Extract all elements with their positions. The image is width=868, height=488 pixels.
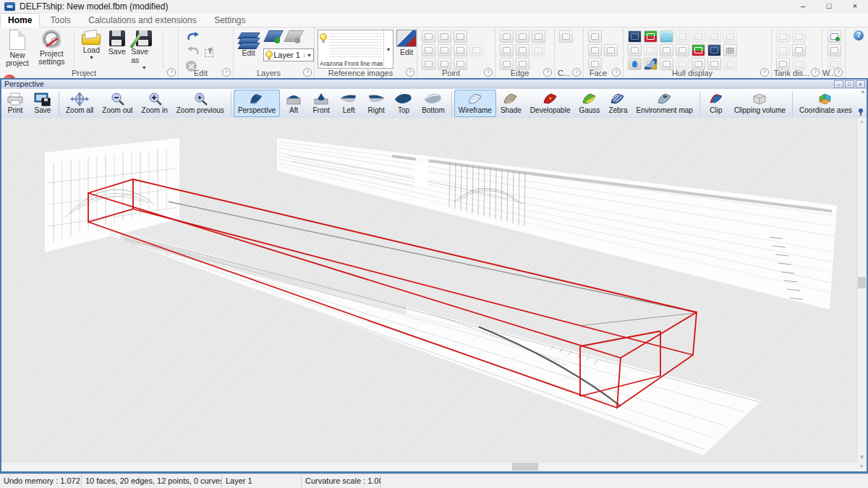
point-tool-icon[interactable] — [422, 44, 435, 56]
scroll-up-arrow[interactable]: ^ — [857, 118, 867, 127]
mode-environment-map-button[interactable]: Environment map — [632, 90, 697, 117]
help-icon[interactable]: ? — [406, 68, 414, 77]
face-tool-icon[interactable] — [588, 30, 602, 43]
maximize-button[interactable]: □ — [816, 0, 842, 13]
hull-display-tool-icon[interactable] — [676, 44, 689, 56]
mode-zebra-button[interactable]: Zebra — [604, 90, 631, 117]
save-button[interactable]: Save — [106, 30, 128, 56]
view-top-button[interactable]: Top — [390, 90, 417, 117]
print-button[interactable]: Print — [1, 90, 29, 117]
view-bottom-button[interactable]: Bottom — [417, 90, 449, 117]
view-right-button[interactable]: Right — [362, 90, 390, 117]
point-tool-icon[interactable] — [422, 30, 435, 43]
help-icon[interactable]: ? — [222, 68, 231, 77]
horizontal-scrollbar[interactable] — [1, 461, 856, 471]
model-3d-view[interactable] — [1, 118, 856, 461]
scroll-right-arrow[interactable]: > — [856, 461, 867, 471]
edge-tool-icon[interactable] — [500, 30, 514, 43]
help-icon[interactable]: ? — [572, 68, 581, 77]
pin-icon[interactable] — [857, 108, 864, 116]
auto-group-layer-button[interactable] — [284, 30, 303, 42]
edge-tool-icon[interactable] — [516, 44, 529, 56]
point-tool-icon[interactable] — [438, 30, 451, 43]
save-as-button[interactable]: Save as ▼ — [131, 30, 157, 70]
view-front-button[interactable]: Front — [307, 90, 335, 117]
mode-shade-button[interactable]: Shade — [496, 90, 526, 117]
help-icon[interactable]: ? — [760, 68, 769, 77]
reference-image-select[interactable]: ▼ Arazona Front line master — [318, 30, 393, 69]
hull-display-tool-icon[interactable] — [676, 30, 689, 43]
viewport-minimize-button[interactable]: – — [834, 80, 843, 88]
zoom-all-button[interactable]: Zoom all — [61, 90, 98, 117]
scroll-down-arrow[interactable]: v — [857, 452, 867, 461]
toolbar-collapse-chevron[interactable]: ^ — [861, 90, 864, 97]
edge-tool-icon[interactable] — [516, 30, 529, 43]
viewport-maximize-button[interactable]: □ — [845, 80, 854, 88]
grid-icon[interactable] — [723, 44, 737, 56]
new-window-icon[interactable] — [827, 30, 841, 43]
tab-settings[interactable]: Settings — [207, 14, 252, 27]
clip-button[interactable]: Clip — [702, 90, 730, 117]
project-settings-button[interactable]: Project settings — [35, 30, 68, 66]
reference-dropdown-arrow[interactable]: ▼ — [383, 30, 393, 68]
edge-tool-icon[interactable] — [532, 30, 545, 43]
surface-icon[interactable] — [660, 30, 673, 43]
monitor-save-icon[interactable] — [692, 44, 705, 56]
hull-display-tool-icon[interactable] — [660, 44, 673, 56]
hull-display-tool-icon[interactable] — [707, 30, 721, 43]
point-tool-icon[interactable] — [469, 44, 483, 56]
help-icon[interactable]: ? — [834, 68, 843, 77]
help-icon[interactable]: ? — [167, 68, 176, 77]
redo-button[interactable] — [186, 46, 200, 59]
mode-gauss-button[interactable]: Gauss — [574, 90, 604, 117]
undo-button[interactable] — [186, 31, 233, 44]
help-icon[interactable]: ? — [543, 68, 552, 77]
vertical-scrollbar[interactable]: ^ v — [856, 118, 867, 461]
face-tool-icon[interactable] — [588, 44, 602, 56]
mode-developable-button[interactable]: Developable — [526, 90, 575, 117]
ribbon-help-button[interactable]: ? — [854, 30, 864, 40]
edge-tool-icon[interactable] — [532, 44, 545, 56]
save-view-button[interactable]: Save — [29, 90, 56, 117]
face-tool-icon[interactable] — [604, 44, 618, 56]
tank-tool-icon[interactable] — [792, 44, 806, 56]
tile-windows-icon[interactable] — [827, 44, 841, 56]
tank-tool-icon[interactable] — [792, 30, 806, 43]
hull-display-tool-icon[interactable] — [723, 30, 737, 43]
viewport-close-button[interactable]: × — [856, 80, 865, 88]
zoom-in-button[interactable]: Zoom in — [137, 90, 172, 117]
reference-edit-button[interactable]: Edit — [396, 30, 417, 69]
view-left-button[interactable]: Left — [335, 90, 362, 117]
help-icon[interactable]: ? — [612, 68, 621, 77]
point-tool-icon[interactable] — [438, 44, 451, 56]
tank-tool-icon[interactable] — [776, 44, 790, 56]
zoom-out-button[interactable]: Zoom out — [98, 90, 137, 117]
help-icon[interactable]: ? — [811, 68, 820, 77]
zoom-previous-button[interactable]: Zoom previous — [172, 90, 229, 117]
horizontal-scrollbar-thumb[interactable] — [512, 463, 538, 471]
coordinate-axes-button[interactable]: Coordinate axes — [795, 90, 856, 117]
layers-edit-button[interactable]: Edit — [238, 33, 259, 63]
vertical-scrollbar-thumb[interactable] — [858, 277, 866, 288]
edge-tool-icon[interactable] — [500, 44, 514, 56]
point-tool-icon[interactable] — [454, 44, 467, 56]
interior-edges-icon[interactable] — [644, 30, 658, 43]
stations-icon[interactable] — [707, 44, 721, 56]
point-tool-icon[interactable] — [454, 30, 467, 43]
close-button[interactable]: × — [842, 0, 868, 13]
viewport-title-bar[interactable]: Perspective – □ × — [1, 80, 867, 89]
control-net-icon[interactable] — [628, 30, 642, 43]
new-project-button[interactable]: New project — [3, 30, 32, 67]
tab-calculations[interactable]: Calculations and extensions — [81, 14, 203, 27]
mode-wireframe-button[interactable]: Wireframe — [454, 90, 496, 117]
hull-display-tool-icon[interactable] — [628, 44, 642, 56]
hull-display-tool-icon[interactable] — [644, 44, 658, 56]
load-button[interactable]: Load ▼ — [80, 30, 103, 60]
hull-display-tool-icon[interactable] — [692, 30, 705, 43]
view-perspective-button[interactable]: Perspective — [234, 90, 280, 117]
clipping-volume-button[interactable]: Clipping volume — [730, 90, 790, 117]
help-icon[interactable]: ? — [303, 68, 312, 77]
tab-home[interactable]: Home — [0, 13, 40, 27]
curve-tool-icon[interactable] — [559, 30, 573, 43]
tab-tools[interactable]: Tools — [43, 14, 78, 27]
